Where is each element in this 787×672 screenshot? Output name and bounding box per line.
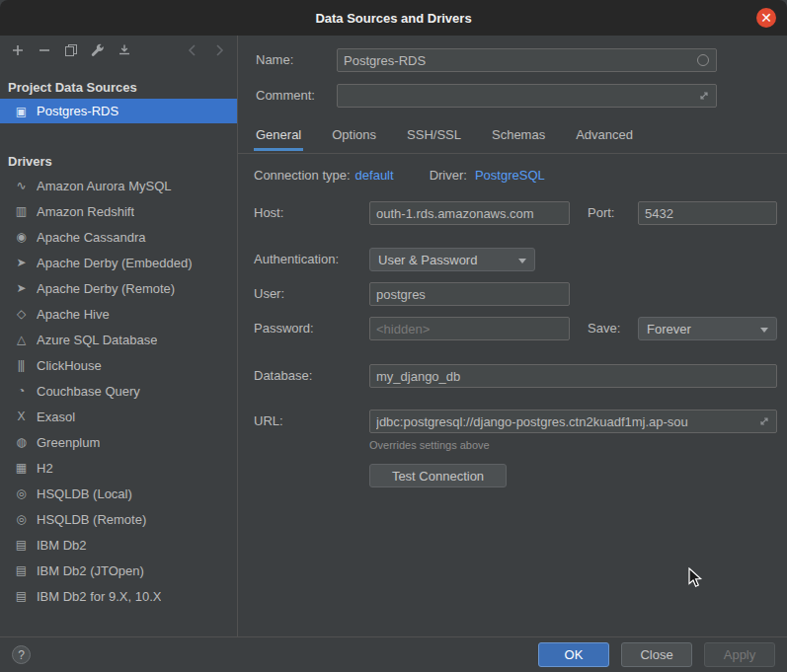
driver-list-item[interactable]: △ Azure SQL Database bbox=[0, 327, 237, 352]
sidebar-toolbar bbox=[0, 36, 237, 65]
add-icon[interactable] bbox=[7, 39, 29, 61]
authentication-value: User & Password bbox=[378, 253, 477, 267]
driver-list-item[interactable]: ◇ Apache Hive bbox=[0, 301, 237, 327]
data-source-label: Postgres-RDS bbox=[37, 104, 118, 118]
dialog-body: Project Data Sources ▣ Postgres-RDS Driv… bbox=[0, 36, 787, 636]
driver-list-item[interactable]: X Exasol bbox=[0, 404, 237, 429]
window-close-icon[interactable]: ✕ bbox=[756, 8, 776, 28]
tab-advanced[interactable]: Advanced bbox=[574, 123, 635, 151]
driver-label: Greenplum bbox=[37, 435, 100, 450]
driver-label: Amazon Redshift bbox=[37, 204, 134, 219]
dialog-footer: ? OK Close Apply bbox=[0, 636, 787, 672]
driver-list-item[interactable]: ➤ Apache Derby (Remote) bbox=[0, 275, 237, 301]
driver-label: Exasol bbox=[37, 410, 75, 424]
tab-ssh-ssl[interactable]: SSH/SSL bbox=[405, 123, 463, 151]
apply-button[interactable]: Apply bbox=[704, 642, 775, 667]
save-label: Save: bbox=[588, 317, 620, 340]
apache-hive-icon: ◇ bbox=[13, 307, 29, 321]
back-icon[interactable] bbox=[182, 39, 203, 61]
remove-icon[interactable] bbox=[34, 39, 55, 61]
driver-list-item[interactable]: ◔ Couchbase Query bbox=[0, 378, 237, 404]
password-input[interactable] bbox=[369, 317, 570, 340]
connection-type-label: Connection type: bbox=[254, 168, 351, 183]
forward-icon[interactable] bbox=[208, 39, 230, 61]
driver-list-item[interactable]: ➤ Apache Derby (Embedded) bbox=[0, 250, 237, 275]
driver-label: ClickHouse bbox=[37, 358, 102, 373]
save-dropdown[interactable]: Forever bbox=[638, 317, 777, 340]
amazon-redshift-icon: ▥ bbox=[13, 204, 29, 218]
driver-label: Apache Derby (Embedded) bbox=[37, 256, 193, 270]
wrench-icon[interactable] bbox=[87, 39, 109, 61]
driver-label: Amazon Aurora MySQL bbox=[37, 179, 172, 193]
name-label: Name: bbox=[256, 48, 293, 72]
form-tabs: General Options SSH/SSL Schemas Advanced bbox=[254, 123, 635, 151]
sidebar: Project Data Sources ▣ Postgres-RDS Driv… bbox=[0, 36, 238, 636]
url-label: URL: bbox=[254, 410, 283, 433]
driver-list-item[interactable]: ◉ Apache Cassandra bbox=[0, 224, 237, 250]
chevron-down-icon bbox=[518, 259, 526, 263]
tab-schemas[interactable]: Schemas bbox=[490, 123, 547, 151]
apache-derby-embedded-icon: ➤ bbox=[13, 256, 29, 269]
url-input[interactable] bbox=[369, 410, 777, 433]
data-source-form: Name: Comment: General Options SSH/SSL S… bbox=[238, 36, 787, 636]
port-label: Port: bbox=[588, 201, 614, 225]
greenplum-icon: ◍ bbox=[13, 435, 29, 449]
driver-list-item[interactable]: ▦ H2 bbox=[0, 455, 237, 481]
name-status-icon bbox=[697, 54, 709, 66]
driver-list-item[interactable]: ||| ClickHouse bbox=[0, 352, 237, 378]
driver-list-item[interactable]: ▤ IBM Db2 bbox=[0, 532, 237, 558]
chevron-down-icon bbox=[760, 328, 768, 333]
ibm-db2-jtopen-icon: ▤ bbox=[13, 563, 29, 577]
ok-button[interactable]: OK bbox=[538, 642, 609, 667]
hsqldb-local-icon: ◎ bbox=[13, 486, 29, 500]
connection-type-link[interactable]: default bbox=[355, 168, 394, 183]
port-input[interactable] bbox=[638, 201, 777, 225]
test-connection-button[interactable]: Test Connection bbox=[369, 464, 507, 487]
driver-list-item[interactable]: ▤ IBM Db2 for 9.X, 10.X bbox=[0, 583, 237, 609]
url-note: Overrides settings above bbox=[369, 439, 490, 451]
save-value: Forever bbox=[647, 322, 691, 336]
driver-label: HSQLDB (Remote) bbox=[37, 512, 146, 527]
sidebar-item-postgres-rds[interactable]: ▣ Postgres-RDS bbox=[0, 99, 237, 123]
drivers-header: Drivers bbox=[0, 149, 237, 173]
host-input[interactable] bbox=[369, 201, 570, 225]
tab-options[interactable]: Options bbox=[330, 123, 378, 151]
mouse-cursor bbox=[688, 567, 704, 592]
comment-input[interactable] bbox=[337, 84, 717, 108]
ibm-db2-icon: ▤ bbox=[13, 538, 29, 552]
driver-label: Apache Derby (Remote) bbox=[37, 281, 175, 296]
driver-list-item[interactable]: ∿ Amazon Aurora MySQL bbox=[0, 173, 237, 198]
comment-label: Comment: bbox=[256, 84, 315, 108]
driver-label: IBM Db2 bbox=[37, 538, 87, 553]
driver-link[interactable]: PostgreSQL bbox=[475, 168, 545, 183]
driver-list-item[interactable]: ▤ IBM Db2 (JTOpen) bbox=[0, 558, 237, 583]
driver-list-item[interactable]: ▥ Amazon Redshift bbox=[0, 198, 237, 224]
driver-label: Apache Cassandra bbox=[37, 230, 146, 245]
help-icon[interactable]: ? bbox=[12, 645, 31, 664]
title-bar[interactable]: Data Sources and Drivers ✕ bbox=[0, 0, 787, 36]
driver-label: Azure SQL Database bbox=[37, 333, 157, 347]
authentication-label: Authentication: bbox=[254, 248, 339, 271]
couchbase-query-icon: ◔ bbox=[13, 384, 29, 398]
amazon-aurora-mysql-icon: ∿ bbox=[13, 179, 29, 192]
dialog-title: Data Sources and Drivers bbox=[315, 11, 471, 26]
duplicate-icon[interactable] bbox=[60, 39, 82, 61]
h2-icon: ▦ bbox=[13, 461, 29, 475]
drivers-list: ∿ Amazon Aurora MySQL ▥ Amazon Redshift … bbox=[0, 173, 237, 609]
connection-type-row: Connection type: default Driver: Postgre… bbox=[254, 168, 545, 183]
driver-list-item[interactable]: ◎ HSQLDB (Local) bbox=[0, 481, 237, 506]
authentication-dropdown[interactable]: User & Password bbox=[369, 248, 535, 271]
driver-label: H2 bbox=[37, 461, 53, 476]
azure-sql-database-icon: △ bbox=[13, 333, 29, 346]
apache-derby-remote-icon: ➤ bbox=[13, 281, 29, 295]
host-label: Host: bbox=[254, 201, 283, 225]
driver-list-item[interactable]: ◎ HSQLDB (Remote) bbox=[0, 506, 237, 532]
tab-general[interactable]: General bbox=[254, 123, 303, 151]
name-input[interactable] bbox=[337, 48, 717, 72]
driver-list-item[interactable]: ◍ Greenplum bbox=[0, 429, 237, 455]
user-input[interactable] bbox=[369, 282, 570, 306]
driver-label: IBM Db2 (JTOpen) bbox=[37, 563, 144, 578]
close-button[interactable]: Close bbox=[621, 642, 692, 667]
import-icon[interactable] bbox=[114, 39, 135, 61]
database-input[interactable] bbox=[369, 364, 777, 388]
